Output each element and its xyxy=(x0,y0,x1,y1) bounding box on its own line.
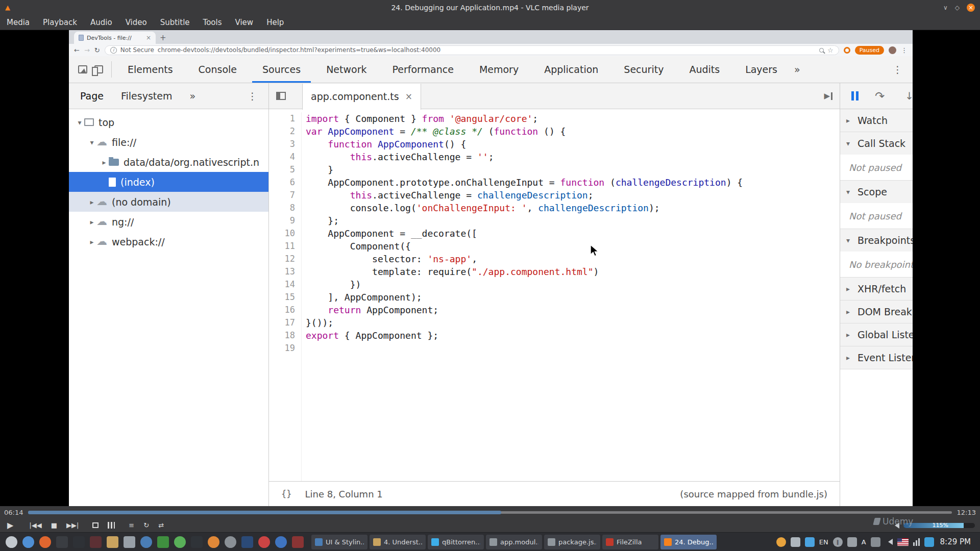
taskbar-app-icon[interactable] xyxy=(107,536,118,548)
browser-tab[interactable]: DevTools - file:// × xyxy=(74,32,156,44)
code-line[interactable]: AppComponent = __decorate([ xyxy=(306,227,840,240)
code-line[interactable]: import { Component } from '@angular/core… xyxy=(306,112,840,125)
code-line[interactable]: return AppComponent; xyxy=(306,304,840,316)
taskbar-app-icon[interactable] xyxy=(56,536,68,548)
vlc-menu-help[interactable]: Help xyxy=(260,15,290,30)
play-button[interactable]: ▶ xyxy=(7,521,13,530)
taskbar-app-icon[interactable] xyxy=(275,536,287,548)
devtools-tab-elements[interactable]: Elements xyxy=(115,56,186,83)
taskbar-app-icon[interactable] xyxy=(39,536,51,548)
device-toolbar-icon[interactable] xyxy=(94,65,103,73)
bookmark-star-icon[interactable]: ☆ xyxy=(827,46,834,54)
devtools-tab-security[interactable]: Security xyxy=(611,56,676,83)
code-line[interactable]: export { AppComponent }; xyxy=(306,329,840,342)
taskbar-app-icon[interactable] xyxy=(90,536,102,548)
tree-item-index[interactable]: (index) xyxy=(69,172,268,192)
sync-icon[interactable] xyxy=(805,537,815,547)
debugger-section-header-event-listener-breakpoints[interactable]: ▸Event Listener Breakpoints xyxy=(840,346,913,369)
code-line[interactable]: }()); xyxy=(306,316,840,329)
volume-slider[interactable]: 115% xyxy=(903,523,975,528)
taskbar-app-icon[interactable] xyxy=(258,536,270,548)
pretty-print-button[interactable]: {} xyxy=(281,489,291,499)
code-line[interactable]: this.activeChallenge = challengeDescript… xyxy=(306,189,840,202)
vlc-menu-tools[interactable]: Tools xyxy=(197,15,229,30)
code-line[interactable]: template: require("./app.component.html"… xyxy=(306,265,840,278)
taskbar-app-icon[interactable] xyxy=(6,536,17,548)
code-line[interactable]: selector: 'ns-app', xyxy=(306,253,840,265)
code-line[interactable]: ], AppComponent); xyxy=(306,291,840,304)
code-line[interactable] xyxy=(306,342,840,355)
previous-button[interactable]: |◀◀ xyxy=(29,522,41,529)
stop-button[interactable]: ■ xyxy=(51,522,57,529)
taskbar-app-icon[interactable] xyxy=(157,536,169,548)
navigator-more-tabs-icon[interactable]: » xyxy=(189,90,195,102)
extension-icon[interactable] xyxy=(844,47,850,54)
debugger-section-header-call-stack[interactable]: ▾Call Stack xyxy=(840,132,913,155)
code-line[interactable]: } xyxy=(306,163,840,176)
taskbar-app-icon[interactable] xyxy=(174,536,186,548)
keyboard-layout-indicator[interactable]: EN xyxy=(819,538,828,546)
us-flag-icon[interactable] xyxy=(897,538,909,546)
tree-item-webpack[interactable]: ▸☁webpack:// xyxy=(69,232,268,252)
zoom-icon[interactable] xyxy=(819,48,824,53)
tab-close-icon[interactable]: × xyxy=(146,34,151,41)
devtools-tab-console[interactable]: Console xyxy=(186,56,250,83)
taskbar-window-4-underst[interactable]: 4. Underst... xyxy=(370,535,426,549)
extended-settings-button[interactable] xyxy=(108,522,115,529)
network-icon[interactable] xyxy=(913,538,920,546)
playlist-button[interactable]: ≡ xyxy=(129,522,134,529)
code-editor[interactable]: 12345678910111213141516171819 import { C… xyxy=(269,109,840,481)
clipboard-icon[interactable] xyxy=(791,537,800,547)
loop-button[interactable]: ↻ xyxy=(143,522,149,529)
devtools-tab-network[interactable]: Network xyxy=(313,56,379,83)
taskbar-app-icon[interactable] xyxy=(241,536,253,548)
code-line[interactable]: Component({ xyxy=(306,240,840,253)
browser-menu-icon[interactable]: ⋮ xyxy=(901,46,908,54)
debugger-section-header-breakpoints[interactable]: ▾Breakpoints xyxy=(840,229,913,252)
editor-tab-close-icon[interactable]: × xyxy=(405,91,412,102)
devtools-menu-icon[interactable]: ⋮ xyxy=(893,64,902,75)
volume-icon[interactable] xyxy=(885,539,893,545)
devtools-tab-application[interactable]: Application xyxy=(531,56,611,83)
code-line[interactable]: this.activeChallenge = ''; xyxy=(306,151,840,163)
editor-tab[interactable]: app.component.ts × xyxy=(302,84,421,110)
taskbar-app-icon[interactable] xyxy=(292,536,304,548)
taskbar-app-icon[interactable] xyxy=(124,536,135,548)
taskbar-app-icon[interactable] xyxy=(208,536,219,548)
taskbar-window-ui-stylin[interactable]: UI & Stylin... xyxy=(311,535,368,549)
debugger-section-header-global-listeners[interactable]: ▸Global Listeners xyxy=(840,323,913,346)
debugger-section-header-dom-breakpoints[interactable]: ▸DOM Breakpoints xyxy=(840,300,913,323)
back-icon[interactable]: ← xyxy=(74,46,80,54)
taskbar-app-icon[interactable] xyxy=(73,536,85,548)
devtools-tab-memory[interactable]: Memory xyxy=(467,56,531,83)
devtools-tab-performance[interactable]: Performance xyxy=(380,56,467,83)
info-icon[interactable]: i xyxy=(110,47,117,54)
tree-item-ng[interactable]: ▸☁ng:// xyxy=(69,212,268,232)
taskbar-window-package-js[interactable]: package.js... xyxy=(544,535,600,549)
forward-icon[interactable]: → xyxy=(84,46,90,54)
step-into-icon[interactable]: ↓ xyxy=(905,90,913,102)
taskbar-app-icon[interactable] xyxy=(140,536,152,548)
vlc-menu-audio[interactable]: Audio xyxy=(84,15,119,30)
code-line[interactable]: function AppComponent() { xyxy=(306,138,840,151)
reload-icon[interactable]: ↻ xyxy=(94,46,100,54)
sidebar-tab-filesystem[interactable]: Filesystem xyxy=(121,90,172,102)
taskbar-app-icon[interactable] xyxy=(191,536,203,548)
seek-slider[interactable] xyxy=(28,511,951,514)
maximize-button[interactable]: ◇ xyxy=(955,4,960,11)
tree-item-top[interactable]: ▾top xyxy=(69,112,268,132)
pause-script-button[interactable] xyxy=(851,91,859,101)
taskbar-window-24-debug[interactable]: 24. Debug... xyxy=(660,535,717,549)
devtools-tab-layers[interactable]: Layers xyxy=(732,56,790,83)
vlc-menu-playback[interactable]: Playback xyxy=(36,15,84,30)
minimize-button[interactable]: ∨ xyxy=(943,4,948,11)
new-tab-button[interactable]: + xyxy=(160,33,166,42)
close-button[interactable]: × xyxy=(967,4,975,12)
taskbar-app-icon[interactable] xyxy=(22,536,34,548)
display-icon[interactable] xyxy=(847,537,857,547)
hide-debugger-icon[interactable]: ▶ xyxy=(824,92,832,100)
taskbar-window-qbittorren[interactable]: qBittorren... xyxy=(428,535,484,549)
notifier-icon[interactable] xyxy=(776,537,786,547)
taskbar-window-filezilla[interactable]: FileZilla xyxy=(602,535,658,549)
shuffle-button[interactable]: ⇄ xyxy=(158,522,164,529)
